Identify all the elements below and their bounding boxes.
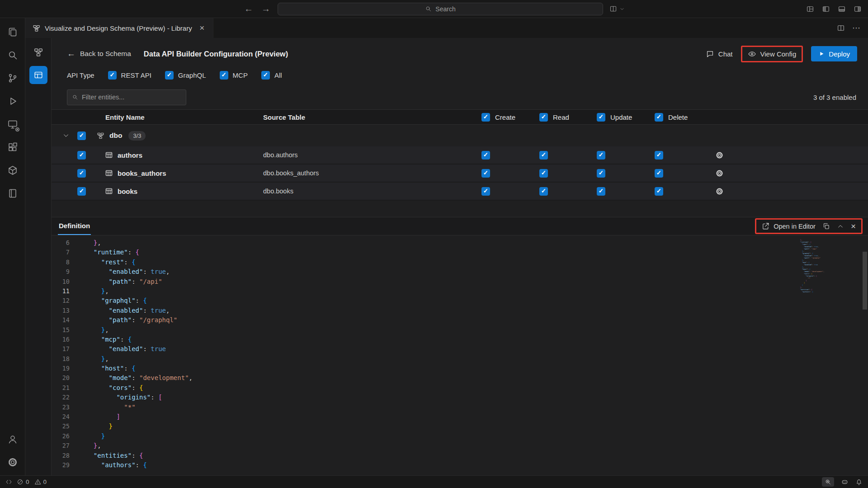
delete-all-checkbox[interactable]: ✓ bbox=[655, 113, 663, 122]
remote-explorer-icon[interactable] bbox=[3, 115, 23, 134]
row-settings-gear-icon[interactable] bbox=[715, 169, 724, 178]
data-api-builder-nav-icon[interactable] bbox=[29, 66, 47, 84]
search-sidebar-icon[interactable] bbox=[3, 46, 23, 65]
toggle-secondary-sidebar-icon[interactable] bbox=[854, 5, 862, 13]
column-read[interactable]: ✓Read bbox=[539, 113, 597, 122]
chevron-down-icon[interactable] bbox=[62, 132, 70, 139]
read-checkbox[interactable]: ✓ bbox=[539, 151, 548, 160]
api-type-option-graphql[interactable]: ✓GraphQL bbox=[165, 71, 206, 80]
create-checkbox[interactable]: ✓ bbox=[481, 151, 490, 160]
table-icon bbox=[105, 151, 113, 159]
create-checkbox[interactable]: ✓ bbox=[481, 187, 490, 196]
tab-close-icon[interactable]: × bbox=[197, 23, 208, 33]
scrollbar-thumb[interactable] bbox=[863, 252, 867, 310]
account-icon[interactable] bbox=[3, 430, 23, 449]
remote-error-badge bbox=[15, 127, 20, 132]
toggle-panel-icon[interactable] bbox=[838, 5, 846, 13]
history-back-icon[interactable]: ← bbox=[243, 4, 254, 14]
code-line: 27 }, bbox=[52, 441, 794, 450]
copilot-icon[interactable] bbox=[841, 478, 849, 486]
zoom-in-icon[interactable] bbox=[822, 477, 834, 487]
schema-group-row[interactable]: ✓ dbo 3/3 bbox=[52, 125, 868, 146]
delete-checkbox[interactable]: ✓ bbox=[655, 187, 663, 196]
close-panel-icon[interactable]: × bbox=[851, 222, 856, 230]
table-row[interactable]: ✓authorsdbo.authors✓✓✓✓ bbox=[52, 146, 868, 164]
update-checkbox[interactable]: ✓ bbox=[597, 169, 605, 178]
run-debug-icon[interactable] bbox=[3, 92, 23, 111]
api-type-checkbox[interactable]: ✓ bbox=[165, 71, 174, 80]
code-editor[interactable]: 6 },7 "runtime": {8 "rest": {9 "enabled"… bbox=[52, 235, 868, 475]
split-editor-icon[interactable] bbox=[837, 24, 845, 32]
group-checkbox[interactable]: ✓ bbox=[77, 131, 86, 140]
back-to-schema-button[interactable]: ← Back to Schema bbox=[67, 49, 131, 59]
row-settings-gear-icon[interactable] bbox=[715, 187, 724, 196]
open-in-editor-button[interactable]: Open in Editor bbox=[762, 222, 816, 230]
extensions-icon[interactable] bbox=[3, 138, 23, 157]
scrollbar[interactable] bbox=[862, 238, 868, 475]
table-row[interactable]: ✓booksdbo.books✓✓✓✓ bbox=[52, 183, 868, 201]
create-checkbox[interactable]: ✓ bbox=[481, 169, 490, 178]
api-type-option-mcp[interactable]: ✓MCP bbox=[220, 71, 248, 80]
api-type-checkbox[interactable]: ✓ bbox=[261, 71, 270, 80]
eye-icon bbox=[748, 50, 756, 58]
definition-tab[interactable]: Definition bbox=[58, 217, 91, 235]
column-create[interactable]: ✓Create bbox=[481, 113, 539, 122]
database-projects-icon[interactable] bbox=[3, 161, 23, 180]
schema-diagram-nav-icon[interactable] bbox=[29, 43, 47, 61]
read-checkbox[interactable]: ✓ bbox=[539, 169, 548, 178]
customize-layout-icon[interactable] bbox=[806, 5, 814, 13]
deploy-button[interactable]: Deploy bbox=[811, 46, 857, 61]
delete-checkbox[interactable]: ✓ bbox=[655, 151, 663, 160]
open-in-editor-label: Open in Editor bbox=[774, 223, 816, 230]
entity-table-header: Entity Name Source Table ✓Create ✓Read ✓… bbox=[52, 109, 868, 125]
api-type-checkbox[interactable]: ✓ bbox=[108, 71, 117, 80]
layout-switcher-button[interactable] bbox=[609, 5, 625, 13]
editor-more-actions-icon[interactable]: ⋯ bbox=[852, 23, 861, 33]
code-line: 7 "runtime": { bbox=[52, 248, 794, 257]
update-checkbox[interactable]: ✓ bbox=[597, 187, 605, 196]
filter-entities-input[interactable] bbox=[82, 94, 181, 101]
copy-icon[interactable] bbox=[822, 222, 830, 230]
code-line: 24 ] bbox=[52, 412, 794, 422]
column-update[interactable]: ✓Update bbox=[597, 113, 655, 122]
schema-designer-tab-icon bbox=[33, 24, 40, 32]
bell-icon[interactable] bbox=[855, 479, 863, 486]
line-number: 11 bbox=[52, 286, 80, 296]
chevron-up-icon[interactable] bbox=[837, 223, 844, 230]
line-number: 27 bbox=[52, 441, 80, 450]
api-type-option-rest-api[interactable]: ✓REST API bbox=[108, 71, 151, 80]
code-line: 13 "enabled": true, bbox=[52, 306, 794, 315]
toggle-primary-sidebar-icon[interactable] bbox=[822, 5, 830, 13]
delete-checkbox[interactable]: ✓ bbox=[655, 169, 663, 178]
read-all-checkbox[interactable]: ✓ bbox=[539, 113, 548, 122]
source-table: dbo.authors bbox=[263, 151, 481, 159]
api-type-option-all[interactable]: ✓All bbox=[261, 71, 282, 80]
update-checkbox[interactable]: ✓ bbox=[597, 151, 605, 160]
row-settings-gear-icon[interactable] bbox=[715, 151, 724, 160]
line-number: 14 bbox=[52, 315, 80, 325]
command-center-search[interactable]: Search bbox=[278, 3, 603, 15]
view-config-button[interactable]: View Config bbox=[748, 50, 797, 58]
create-all-checkbox[interactable]: ✓ bbox=[481, 113, 490, 122]
minimap[interactable]: }, "runtime": { "rest": { "enabled": tru… bbox=[794, 238, 862, 475]
entity-name: books bbox=[118, 188, 137, 195]
update-all-checkbox[interactable]: ✓ bbox=[597, 113, 605, 122]
settings-gear-icon[interactable] bbox=[3, 453, 23, 472]
row-checkbox[interactable]: ✓ bbox=[77, 151, 86, 160]
api-type-checkbox[interactable]: ✓ bbox=[220, 71, 228, 80]
page-title: Data API Builder Configuration (Preview) bbox=[144, 50, 288, 58]
chat-button[interactable]: Chat bbox=[706, 50, 733, 58]
schema-book-icon[interactable] bbox=[3, 184, 23, 203]
history-forward-icon[interactable]: → bbox=[260, 4, 271, 14]
chat-label: Chat bbox=[718, 50, 733, 58]
source-control-icon[interactable] bbox=[3, 69, 23, 88]
row-checkbox[interactable]: ✓ bbox=[77, 187, 86, 196]
remote-indicator[interactable] bbox=[5, 479, 12, 485]
column-delete[interactable]: ✓Delete bbox=[655, 113, 713, 122]
row-checkbox[interactable]: ✓ bbox=[77, 169, 86, 178]
table-row[interactable]: ✓books_authorsdbo.books_authors✓✓✓✓ bbox=[52, 164, 868, 183]
read-checkbox[interactable]: ✓ bbox=[539, 187, 548, 196]
problems-indicator[interactable]: 0 0 bbox=[17, 479, 47, 485]
explorer-icon[interactable] bbox=[3, 23, 23, 42]
tab-visualize-design-schema[interactable]: Visualize and Design Schema (Preview) - … bbox=[25, 18, 213, 38]
